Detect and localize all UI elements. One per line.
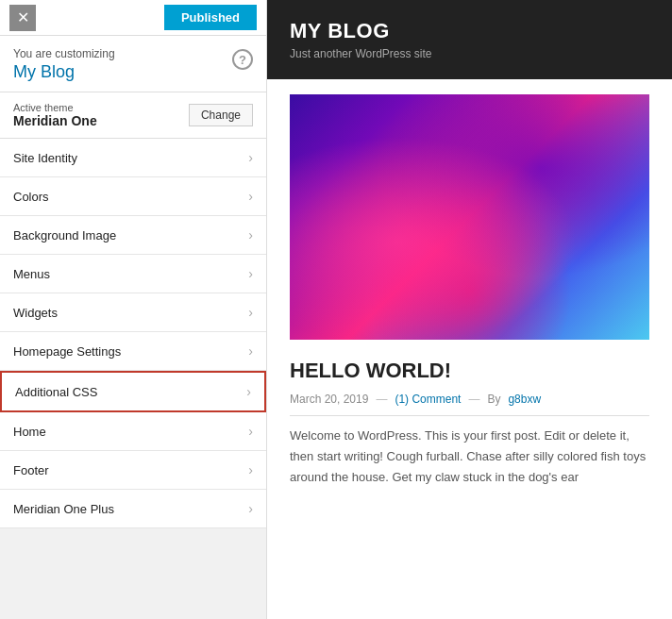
menu-item-label: Site Identity xyxy=(13,151,77,165)
customizing-info: You are customizing My Blog xyxy=(13,47,115,82)
menu-item-additional-css[interactable]: Additional CSS› xyxy=(0,371,266,412)
post-divider xyxy=(290,415,649,416)
customizer-panel: ✕ Published You are customizing My Blog … xyxy=(0,0,267,619)
chevron-right-icon: › xyxy=(248,343,253,359)
menu-item-label: Homepage Settings xyxy=(13,344,121,359)
post-meta-dash: — xyxy=(376,393,387,406)
theme-name: Meridian One xyxy=(13,113,97,128)
customizing-section: You are customizing My Blog ? xyxy=(0,36,266,92)
post-meta-dash2: — xyxy=(468,393,479,406)
blog-header: MY BLOG Just another WordPress site xyxy=(267,0,672,79)
post-comment-link[interactable]: (1) Comment xyxy=(395,393,461,406)
chevron-right-icon: › xyxy=(248,424,253,439)
post-title: HELLO WORLD! xyxy=(290,359,649,383)
theme-prefix: Active theme xyxy=(13,102,97,113)
menu-item-label: Background Image xyxy=(13,228,116,243)
top-bar: ✕ Published xyxy=(0,0,266,36)
menu-item-widgets[interactable]: Widgets› xyxy=(0,293,266,332)
chevron-right-icon: › xyxy=(248,227,253,243)
published-button[interactable]: Published xyxy=(164,5,257,30)
blog-subtitle: Just another WordPress site xyxy=(290,47,649,60)
menu-item-label: Widgets xyxy=(13,306,58,320)
menu-item-colors[interactable]: Colors› xyxy=(0,177,266,216)
menu-item-label: Additional CSS xyxy=(15,385,97,399)
menu-item-home[interactable]: Home› xyxy=(0,412,266,451)
chevron-right-icon: › xyxy=(248,462,253,477)
chevron-right-icon: › xyxy=(246,384,251,399)
chevron-right-icon: › xyxy=(248,501,253,516)
close-button[interactable]: ✕ xyxy=(9,5,36,31)
post-author-prefix: By xyxy=(487,393,500,406)
menu-item-homepage-settings[interactable]: Homepage Settings› xyxy=(0,332,266,371)
menu-item-background-image[interactable]: Background Image› xyxy=(0,216,266,255)
chevron-right-icon: › xyxy=(248,305,253,320)
post-author-link[interactable]: g8bxw xyxy=(508,393,541,406)
close-icon: ✕ xyxy=(17,8,29,26)
menu-item-label: Menus xyxy=(13,267,50,281)
menu-item-menus[interactable]: Menus› xyxy=(0,255,266,293)
menu-list: Site Identity›Colors›Background Image›Me… xyxy=(0,139,266,619)
menu-item-label: Colors xyxy=(13,190,49,204)
post-meta: March 20, 2019 — (1) Comment — By g8bxw xyxy=(290,393,649,406)
change-theme-button[interactable]: Change xyxy=(189,104,253,126)
post-body: Welcome to WordPress. This is your first… xyxy=(290,426,649,488)
chevron-right-icon: › xyxy=(248,189,253,204)
chevron-right-icon: › xyxy=(248,266,253,281)
help-icon[interactable]: ? xyxy=(232,49,253,70)
site-name[interactable]: My Blog xyxy=(13,62,115,82)
menu-item-site-identity[interactable]: Site Identity› xyxy=(0,139,266,177)
chevron-right-icon: › xyxy=(248,150,253,165)
hero-image xyxy=(290,94,649,340)
blog-title: MY BLOG xyxy=(290,19,649,43)
customizing-prefix: You are customizing xyxy=(13,47,115,60)
theme-section: Active theme Meridian One Change xyxy=(0,92,266,139)
theme-info: Active theme Meridian One xyxy=(13,102,97,128)
menu-item-label: Footer xyxy=(13,463,49,477)
blog-content: HELLO WORLD! March 20, 2019 — (1) Commen… xyxy=(267,79,672,503)
menu-item-label: Meridian One Plus xyxy=(13,502,114,516)
menu-item-meridian-one-plus[interactable]: Meridian One Plus› xyxy=(0,490,266,528)
post-date: March 20, 2019 xyxy=(290,393,368,406)
menu-item-footer[interactable]: Footer› xyxy=(0,451,266,490)
menu-item-label: Home xyxy=(13,425,46,439)
preview-panel: MY BLOG Just another WordPress site HELL… xyxy=(267,0,672,619)
